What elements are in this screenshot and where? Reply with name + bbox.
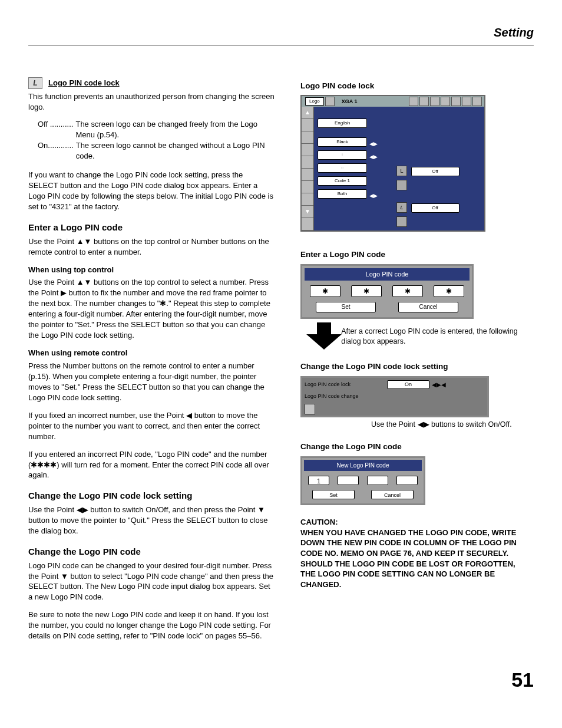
pin-digit-box — [338, 476, 359, 485]
osd-tab-icon — [462, 97, 471, 106]
page-number: 51 — [28, 666, 534, 694]
remote-text-3: If you entered an incorrect PIN code, "L… — [28, 449, 275, 481]
def-on-label: On............ — [38, 140, 74, 162]
new-pin-title: New Logo PIN code — [304, 460, 422, 472]
pin-dialog: Logo PIN code ✱ ✱ ✱ ✱ Set Cancel — [300, 264, 474, 319]
osd-top-icon — [325, 97, 335, 106]
change-code-text-1: Logo PIN code can be changed to your des… — [28, 561, 275, 603]
osd-value-off: Off — [411, 167, 459, 176]
lr-arrows-icon: ◀▶ — [369, 153, 378, 160]
nav-icon — [302, 181, 313, 193]
heading-enter-pin: Enter a Logo PIN code — [28, 222, 275, 234]
pin-cancel-button: Cancel — [371, 490, 414, 499]
top-control-text: Use the Point ▲▼ buttons on the top cont… — [28, 277, 275, 341]
arrow-note: After a correct Logo PIN code is entered… — [341, 327, 524, 347]
quit-icon — [396, 216, 407, 227]
pin-set-button: Set — [312, 490, 355, 499]
left-column: Logo PIN code lock This function prevent… — [28, 77, 275, 649]
pin-dialog-title: Logo PIN code — [305, 268, 470, 281]
para-change-instructions: If you want to change the Logo PIN code … — [28, 170, 275, 212]
nav-up-icon: ▲ — [302, 107, 313, 119]
pin-digit-box — [367, 476, 388, 485]
nav-down-icon: ▼ — [302, 206, 313, 218]
osd-tab-icon — [419, 97, 429, 106]
heading-change-setting: Change the Logo PIN code lock setting — [28, 490, 275, 502]
osd-tab-icon — [441, 97, 450, 106]
enter-intro: Use the Point ▲▼ buttons on the top cont… — [28, 236, 275, 258]
pin-digit-box: ✱ — [351, 285, 382, 297]
subheading-remote: When using remote control — [28, 348, 275, 358]
osd-left-nav: ▲ ▼ — [302, 107, 314, 230]
new-pin-dialog: New Logo PIN code 1 Set Cancel — [300, 456, 425, 506]
definition-list: Off ........... The screen logo can be c… — [38, 119, 275, 162]
down-arrow-icon — [306, 322, 333, 351]
logo-lock-icon — [28, 77, 42, 89]
pin-set-button: Set — [316, 302, 376, 312]
screen-icon — [396, 180, 407, 190]
pin-digit-box — [396, 476, 418, 485]
right-heading-2: Enter a Logo PIN code — [300, 249, 524, 261]
logo-lock-small-icon: L — [396, 202, 407, 213]
section-title-logo-lock: Logo PIN code lock — [48, 78, 120, 88]
lr-arrows-icon: ◀▶◀ — [432, 381, 446, 389]
pin-digit-box: ✱ — [434, 285, 464, 297]
def-on-desc: The screen logo cannot be changed withou… — [76, 140, 275, 162]
right-column: Logo PIN code lock Logo XGA 1 — [300, 77, 524, 649]
osd-item: ○ — [318, 163, 367, 173]
l-icon: L — [396, 166, 407, 176]
remote-text-1: Press the Number buttons on the remote c… — [28, 361, 275, 403]
page-header: Setting — [28, 25, 534, 45]
def-off-label: Off ........... — [38, 119, 73, 140]
use-note: Use the Point ◀▶ buttons to switch On/Of… — [371, 420, 524, 430]
subheading-top-control: When using top control — [28, 265, 275, 275]
right-heading-3: Change the Logo PIN code lock setting — [300, 361, 524, 373]
lr-arrows-icon: ◀▶ — [369, 140, 378, 147]
heading-change-code: Change the Logo PIN code — [28, 546, 275, 558]
pin-digit-box: 1 — [308, 476, 329, 485]
lock-row-label: Logo PIN code change — [305, 393, 387, 400]
nav-icon — [302, 193, 313, 206]
osd-tab-icon — [430, 97, 439, 106]
osd-mode-label: XGA 1 — [342, 98, 358, 105]
change-code-text-2: Be sure to note the new Logo PIN code an… — [28, 610, 275, 641]
osd-item: Both — [318, 189, 367, 199]
pin-digit-box: ✱ — [392, 285, 423, 297]
osd-tab-icon — [472, 97, 482, 106]
osd-item: English — [318, 118, 367, 128]
def-off-desc: The screen logo can be changed freely fr… — [75, 119, 275, 140]
nav-icon — [302, 131, 313, 144]
osd-top-label: Logo — [305, 97, 324, 106]
change-setting-text: Use the Point ◀▶ button to switch On/Off… — [28, 505, 275, 536]
osd-value-off: Off — [411, 203, 459, 213]
osd-item: Black — [318, 137, 367, 147]
lock-value: On — [387, 380, 429, 389]
lock-setting-panel: Logo PIN code lock On ◀▶◀ Logo PIN code … — [300, 376, 489, 417]
osd-menu-screenshot: Logo XGA 1 ▲ — [300, 95, 485, 232]
osd-tab-icon — [409, 97, 418, 106]
pin-digit-box: ✱ — [310, 285, 340, 297]
quit-icon — [305, 404, 315, 414]
nav-icon — [302, 119, 313, 131]
caution-text: WHEN YOU HAVE CHANGED THE LOGO PIN CODE,… — [300, 528, 524, 589]
nav-icon — [302, 156, 313, 169]
nav-quit-icon — [302, 218, 313, 230]
intro-text: This function prevents an unauthorized p… — [28, 91, 275, 113]
osd-item: ♀ — [318, 150, 367, 160]
remote-text-2: If you fixed an incorrect number, use th… — [28, 410, 275, 442]
right-heading-4: Change the Logo PIN code — [300, 442, 524, 453]
lr-arrows-icon: ◀▶ — [369, 192, 378, 199]
lock-row-label: Logo PIN code lock — [305, 381, 387, 388]
osd-item: Code 1 — [318, 176, 367, 186]
right-heading-1: Logo PIN code lock — [300, 81, 524, 92]
nav-icon — [302, 144, 313, 156]
caution-heading: CAUTION: — [300, 517, 524, 528]
osd-tab-icon — [451, 97, 461, 106]
pin-cancel-button: Cancel — [398, 302, 458, 312]
nav-icon — [302, 169, 313, 181]
